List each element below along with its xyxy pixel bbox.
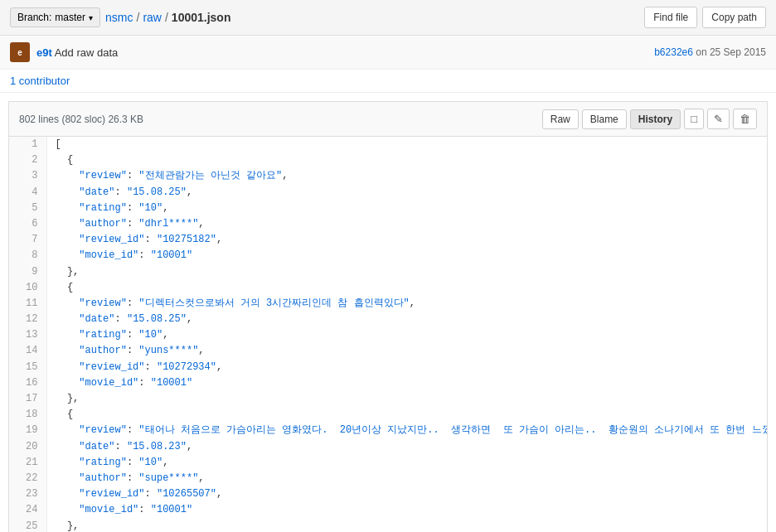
line-number: 15 (9, 360, 46, 375)
branch-selector[interactable]: Branch: master ▾ (10, 7, 100, 27)
contributors-link[interactable]: 1 contributor (10, 75, 70, 87)
line-code: "movie_id": "10001" (46, 375, 768, 391)
edit-icon: ✎ (714, 113, 723, 125)
raw-button[interactable]: Raw (542, 109, 579, 129)
line-code: "date": "15.08.23", (46, 439, 768, 455)
line-number: 11 (9, 296, 46, 312)
line-number: 3 (9, 168, 46, 184)
line-number: 21 (9, 455, 46, 471)
breadcrumb-sep-2: / (165, 11, 168, 24)
table-row: 19 "review": "태어나 처음으로 가슴아리는 영화였다. 20년이상… (9, 423, 768, 438)
branch-name: master (55, 12, 85, 23)
chevron-down-icon: ▾ (89, 13, 93, 22)
table-row: 13 "rating": "10", (9, 327, 768, 343)
code-container: 1[2 {3 "review": "전체관람가는 아닌것 같아요",4 "dat… (8, 136, 768, 532)
monitor-icon-button[interactable]: □ (684, 109, 704, 129)
table-row: 20 "date": "15.08.23", (9, 439, 768, 455)
table-row: 15 "review_id": "10272934", (9, 360, 768, 375)
line-code: "movie_id": "10001" (46, 248, 768, 264)
find-file-button[interactable]: Find file (644, 7, 697, 28)
line-code: "date": "15.08.25", (46, 312, 768, 327)
line-code: }, (46, 519, 768, 533)
commit-info: e9t Add raw data (36, 46, 118, 59)
commit-bar: e e9t Add raw data b6232e6 on 25 Sep 201… (0, 36, 776, 70)
delete-icon-button[interactable]: 🗑 (733, 109, 757, 129)
line-number: 1 (9, 137, 46, 152)
line-code: "review_id": "10265507", (46, 486, 768, 502)
table-row: 9 }, (9, 264, 768, 280)
line-number: 7 (9, 232, 46, 248)
commit-sha-link[interactable]: b6232e6 (654, 46, 693, 58)
line-code: "rating": "10", (46, 327, 768, 343)
line-number: 24 (9, 502, 46, 518)
table-row: 14 "author": "yuns****", (9, 343, 768, 359)
table-row: 2 { (9, 152, 768, 168)
line-code: "rating": "10", (46, 455, 768, 471)
copy-path-button[interactable]: Copy path (702, 7, 766, 28)
table-row: 3 "review": "전체관람가는 아닌것 같아요", (9, 168, 768, 184)
history-button[interactable]: History (630, 109, 681, 129)
line-number: 16 (9, 375, 46, 391)
edit-icon-button[interactable]: ✎ (707, 109, 730, 129)
file-sloc: (802 sloc) (61, 114, 105, 125)
line-number: 22 (9, 471, 46, 486)
breadcrumb-sep-1: / (137, 11, 140, 24)
file-lines: 802 lines (19, 114, 59, 125)
line-number: 25 (9, 519, 46, 533)
commit-message: Add raw data (55, 46, 119, 59)
table-row: 4 "date": "15.08.25", (9, 185, 768, 201)
line-number: 5 (9, 201, 46, 216)
line-code: "review": "전체관람가는 아닌것 같아요", (46, 168, 768, 184)
table-row: 12 "date": "15.08.25", (9, 312, 768, 327)
table-row: 22 "author": "supe****", (9, 471, 768, 486)
line-code: "author": "yuns****", (46, 343, 768, 359)
line-number: 6 (9, 216, 46, 232)
line-code: }, (46, 264, 768, 280)
breadcrumb-raw[interactable]: raw (143, 11, 162, 24)
top-bar-left: Branch: master ▾ nsmc / raw / 10001.json (10, 7, 230, 27)
table-row: 11 "review": "디렉터스컷으로봐서 거의 3시간짜리인데 참 흡인력… (9, 296, 768, 312)
code-table: 1[2 {3 "review": "전체관람가는 아닌것 같아요",4 "dat… (9, 137, 768, 532)
line-code: [ (46, 137, 768, 152)
commit-bar-left: e e9t Add raw data (10, 42, 118, 62)
table-row: 1[ (9, 137, 768, 152)
line-number: 8 (9, 248, 46, 264)
line-code: "review": "디렉터스컷으로봐서 거의 3시간짜리인데 참 흡인력있다"… (46, 296, 768, 312)
line-code: "author": "supe****", (46, 471, 768, 486)
line-number: 9 (9, 264, 46, 280)
branch-label: Branch: (17, 12, 51, 23)
line-code: }, (46, 391, 768, 407)
breadcrumb-nsmc[interactable]: nsmc (105, 11, 133, 24)
top-bar-right: Find file Copy path (644, 7, 766, 28)
commit-date: on 25 Sep 2015 (696, 46, 766, 58)
table-row: 23 "review_id": "10265507", (9, 486, 768, 502)
line-number: 18 (9, 407, 46, 423)
line-number: 12 (9, 312, 46, 327)
breadcrumb: nsmc / raw / 10001.json (105, 11, 230, 24)
table-row: 10 { (9, 280, 768, 296)
monitor-icon: □ (691, 113, 697, 125)
line-number: 17 (9, 391, 46, 407)
line-number: 23 (9, 486, 46, 502)
commit-author-link[interactable]: e9t (36, 46, 52, 59)
file-size: 26.3 KB (108, 114, 143, 125)
top-bar: Branch: master ▾ nsmc / raw / 10001.json… (0, 0, 776, 36)
blame-button[interactable]: Blame (582, 109, 627, 129)
line-code: "movie_id": "10001" (46, 502, 768, 518)
line-code: "author": "dhrl****", (46, 216, 768, 232)
line-code: "rating": "10", (46, 201, 768, 216)
line-number: 10 (9, 280, 46, 296)
table-row: 16 "movie_id": "10001" (9, 375, 768, 391)
line-number: 19 (9, 423, 46, 438)
delete-icon: 🗑 (740, 113, 750, 125)
avatar: e (10, 42, 30, 62)
table-row: 6 "author": "dhrl****", (9, 216, 768, 232)
table-row: 21 "rating": "10", (9, 455, 768, 471)
file-meta: 802 lines (802 sloc) 26.3 KB (19, 114, 143, 125)
line-code: { (46, 280, 768, 296)
table-row: 17 }, (9, 391, 768, 407)
table-row: 18 { (9, 407, 768, 423)
file-actions: Raw Blame History □ ✎ 🗑 (542, 109, 757, 129)
line-number: 2 (9, 152, 46, 168)
table-row: 24 "movie_id": "10001" (9, 502, 768, 518)
